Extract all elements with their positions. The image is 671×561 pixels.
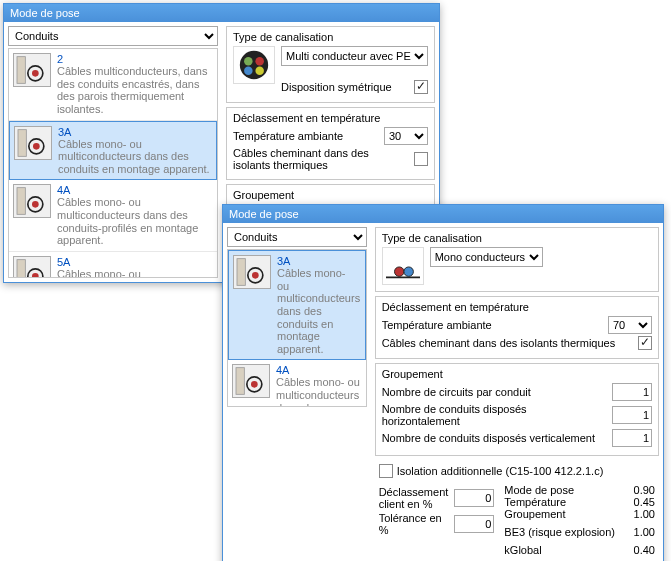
item-code: 3A [277, 255, 361, 267]
cables-iso-label: Câbles cheminant dans des isolants therm… [233, 147, 408, 171]
item-code: 4A [276, 364, 362, 376]
mode-dropdown[interactable]: Conduits [227, 227, 367, 247]
iso-add-label: Isolation additionnelle (C15-100 412.2.1… [397, 465, 655, 477]
decl-client-input[interactable] [454, 489, 494, 507]
cable-type-icon [233, 46, 275, 84]
title-bar: Mode de pose [4, 4, 439, 22]
svg-rect-6 [17, 188, 25, 215]
cables-iso-checkbox[interactable] [638, 336, 652, 350]
list-item[interactable]: 5ACâbles mono- ou multiconducteurs dans … [9, 252, 217, 278]
kv-be3-val: 1.00 [625, 526, 655, 538]
svg-point-11 [32, 273, 39, 278]
canal-title: Type de canalisation [382, 232, 652, 244]
item-desc: Câbles mono- ou multiconducteurs dans de… [57, 268, 213, 278]
group-title: Groupement [233, 189, 428, 201]
canal-select[interactable]: Mono conducteurs [430, 247, 543, 267]
item-code: 5A [57, 256, 213, 268]
svg-rect-17 [237, 259, 245, 286]
decl-client-label: Déclassement client en % [379, 486, 449, 510]
list-item[interactable]: 4ACâbles mono- ou multiconducteurs dans … [9, 180, 217, 252]
svg-point-8 [32, 201, 39, 208]
svg-rect-9 [17, 260, 25, 278]
mode-thumb-icon [232, 364, 270, 398]
item-desc: Câbles mono- ou multiconducteurs dans de… [57, 196, 213, 247]
svg-rect-20 [236, 368, 244, 395]
item-code: 2 [57, 53, 213, 65]
mode-thumb-icon [13, 53, 51, 87]
svg-point-2 [32, 70, 39, 77]
svg-point-19 [252, 272, 259, 279]
kv-mode-val: 0.90 [625, 484, 655, 496]
svg-point-14 [255, 57, 263, 66]
list-item[interactable]: 3ACâbles mono- ou multiconducteurs dans … [228, 250, 366, 360]
item-code: 3A [58, 126, 212, 138]
tol-label: Tolérance en % [379, 512, 449, 536]
mode-thumb-icon [233, 255, 271, 289]
item-desc: Câbles mono- ou multiconducteurs dans de… [276, 376, 362, 407]
nb-v-label: Nombre de conduits disposés verticalemen… [382, 432, 606, 444]
cables-iso-label: Câbles cheminant dans des isolants therm… [382, 337, 632, 349]
mode-thumb-icon [13, 256, 51, 278]
svg-point-22 [251, 381, 258, 388]
title-bar: Mode de pose [223, 205, 663, 223]
kv-grp-val: 1.00 [625, 508, 655, 520]
item-desc: Câbles mono- ou multiconducteurs dans de… [277, 267, 361, 355]
cable-type-icon [382, 247, 424, 285]
kv-mode: Mode de pose [504, 484, 574, 496]
mode-list[interactable]: 2Câbles multiconducteurs, dans des condu… [8, 48, 218, 278]
kv-temp: Température [504, 496, 566, 508]
kv-be3: BE3 (risque explosion) [504, 526, 615, 538]
list-item[interactable]: 4ACâbles mono- ou multiconducteurs dans … [228, 360, 366, 407]
item-desc: Câbles multiconducteurs, dans des condui… [57, 65, 213, 116]
canal-select[interactable]: Multi conducteur avec PE [281, 46, 428, 66]
svg-point-15 [244, 66, 253, 75]
temp-amb-label: Température ambiante [382, 319, 602, 331]
kv-kg-val: 0.40 [625, 544, 655, 556]
dispo-sym-checkbox[interactable] [414, 80, 428, 94]
declass-title: Déclassement en température [233, 112, 428, 124]
nb-h-input[interactable] [612, 406, 652, 424]
kv-kg: kGlobal [504, 544, 541, 556]
iso-add-checkbox[interactable] [379, 464, 393, 478]
dispo-sym-label: Disposition symétrique [281, 81, 408, 93]
svg-point-5 [33, 143, 40, 150]
declass-title: Déclassement en température [382, 301, 652, 313]
svg-point-16 [255, 66, 263, 75]
nb-circuits-label: Nombre de circuits par conduit [382, 386, 606, 398]
svg-point-28 [404, 267, 413, 276]
svg-point-12 [240, 51, 268, 79]
nb-v-input[interactable] [612, 429, 652, 447]
nb-h-label: Nombre de conduits disposés horizontalem… [382, 403, 606, 427]
temp-amb-label: Température ambiante [233, 130, 378, 142]
list-item[interactable]: 2Câbles multiconducteurs, dans des condu… [9, 49, 217, 121]
temp-amb-select[interactable]: 70 [608, 316, 652, 334]
item-desc: Câbles mono- ou multiconducteurs dans de… [58, 138, 212, 176]
svg-rect-3 [18, 129, 26, 156]
list-item[interactable]: 3ACâbles mono- ou multiconducteurs dans … [9, 121, 217, 181]
temp-amb-select[interactable]: 30 [384, 127, 428, 145]
item-code: 4A [57, 184, 213, 196]
mode-thumb-icon [13, 184, 51, 218]
svg-rect-0 [17, 57, 25, 84]
mode-dropdown[interactable]: Conduits [8, 26, 218, 46]
mode-thumb-icon [14, 126, 52, 160]
kv-temp-val: 0.45 [625, 496, 655, 508]
svg-point-27 [394, 267, 403, 276]
svg-point-13 [244, 57, 253, 66]
kv-grp: Groupement [504, 508, 565, 520]
tol-input[interactable] [454, 515, 494, 533]
canal-title: Type de canalisation [233, 31, 428, 43]
nb-circuits-input[interactable] [612, 383, 652, 401]
group-title: Groupement [382, 368, 652, 380]
mode-list[interactable]: 3ACâbles mono- ou multiconducteurs dans … [227, 249, 367, 407]
cables-iso-checkbox[interactable] [414, 152, 428, 166]
